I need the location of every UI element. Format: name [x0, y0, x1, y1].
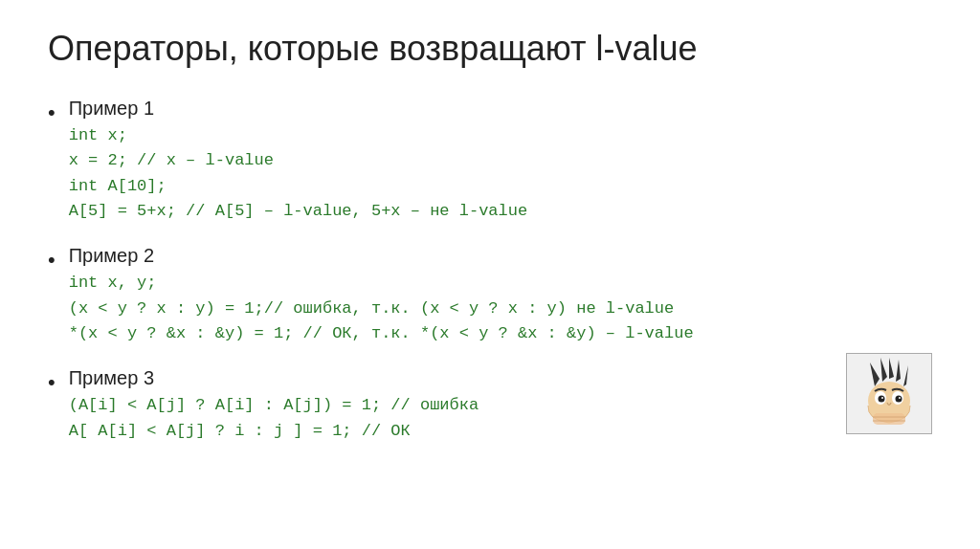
- example-1-label: Пример 1: [69, 98, 527, 120]
- svg-marker-4: [903, 365, 908, 386]
- slide: Операторы, которые возвращают l-value • …: [0, 0, 980, 549]
- example-1-block: • Пример 1 int x; x = 2; // x – l-value …: [48, 98, 932, 224]
- code-line: int x, y;: [69, 271, 694, 296]
- svg-point-11: [899, 397, 901, 399]
- bullet-1: •: [48, 99, 56, 128]
- bullet-2: •: [48, 246, 56, 275]
- svg-point-10: [881, 397, 883, 399]
- code-line: int x;: [69, 123, 527, 148]
- code-line: *(x < y ? &x : &y) = 1; // ОК, т.к. *(x …: [69, 321, 694, 346]
- bullet-3: •: [48, 368, 56, 398]
- svg-point-8: [879, 396, 885, 403]
- svg-marker-2: [889, 358, 894, 379]
- example-2-block: • Пример 2 int x, y; (x < y ? x : y) = 1…: [48, 245, 932, 346]
- example-3-label: Пример 3: [69, 367, 479, 389]
- example-2-code: int x, y; (x < y ? x : y) = 1;// ошибка,…: [69, 271, 694, 346]
- avatar-illustration: [846, 353, 932, 434]
- svg-rect-12: [873, 413, 905, 425]
- code-line: A[ A[i] < A[j] ? i : j ] = 1; // ОК: [69, 419, 479, 444]
- content-area: • Пример 1 int x; x = 2; // x – l-value …: [48, 98, 932, 444]
- example-1-code: int x; x = 2; // x – l-value int A[10]; …: [69, 123, 527, 224]
- code-line: A[5] = 5+x; // A[5] – l-value, 5+x – не …: [69, 199, 527, 224]
- code-line: int A[10];: [69, 174, 527, 199]
- code-line: (A[i] < A[j] ? A[i] : A[j]) = 1; // ошиб…: [69, 393, 479, 418]
- svg-point-9: [896, 396, 902, 403]
- svg-marker-0: [870, 362, 880, 386]
- avatar-icon: [856, 358, 923, 429]
- example-3-code: (A[i] < A[j] ? A[i] : A[j]) = 1; // ошиб…: [69, 393, 479, 444]
- svg-marker-3: [896, 360, 901, 382]
- svg-marker-1: [880, 358, 887, 382]
- code-line: (x < y ? x : y) = 1;// ошибка, т.к. (x <…: [69, 296, 694, 321]
- example-2-label: Пример 2: [69, 245, 694, 267]
- code-line: x = 2; // x – l-value: [69, 148, 527, 173]
- example-2-content: Пример 2 int x, y; (x < y ? x : y) = 1;/…: [69, 245, 694, 346]
- example-1-content: Пример 1 int x; x = 2; // x – l-value in…: [69, 98, 527, 224]
- page-title: Операторы, которые возвращают l-value: [48, 29, 932, 69]
- example-3-block: • Пример 3 (A[i] < A[j] ? A[i] : A[j]) =…: [48, 367, 932, 444]
- example-3-content: Пример 3 (A[i] < A[j] ? A[i] : A[j]) = 1…: [69, 367, 479, 444]
